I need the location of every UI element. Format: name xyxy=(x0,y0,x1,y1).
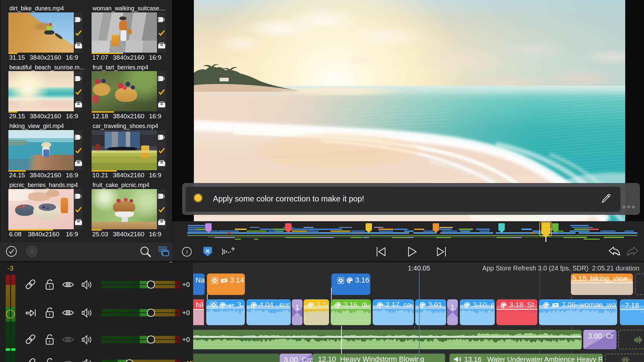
svg-text:i: i xyxy=(186,249,188,255)
